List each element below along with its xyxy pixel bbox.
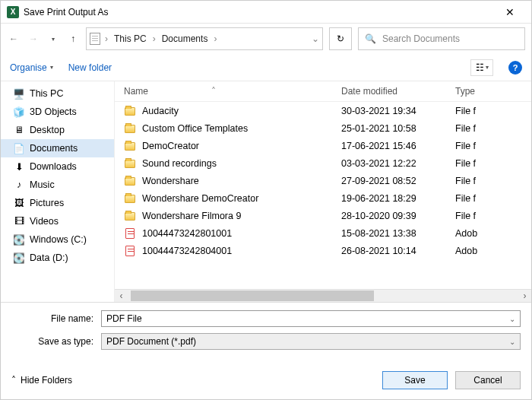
col-type[interactable]: Type [455,86,525,97]
folder-page-icon [90,33,100,45]
file-name: Audacity [142,106,179,116]
column-headers[interactable]: Name ˄ Date modified Type [115,81,531,102]
new-folder-button[interactable]: New folder [68,62,112,73]
folder-icon [125,177,135,186]
help-button[interactable]: ? [508,61,522,75]
file-rows[interactable]: Audacity30-03-2021 19:34File fCustom Off… [115,102,531,289]
sidebar-item-data-d-[interactable]: 💽Data (D:) [1,249,114,267]
footer: ˄ Hide Folders Save Cancel [1,360,531,400]
folder-icon [125,212,135,221]
sidebar-item-music[interactable]: ♪Music [1,176,114,194]
view-options-button[interactable]: ☷ ▾ [470,59,493,76]
file-row[interactable]: Wondershare Filmora 928-10-2020 09:39Fil… [115,207,531,224]
file-name: Wondershare DemoCreator [142,193,258,204]
file-date: 15-08-2021 13:38 [341,228,455,239]
recent-dropdown[interactable]: ▾ [46,32,60,46]
filename-input[interactable]: PDF File ⌄ [101,310,521,327]
address-bar[interactable]: › This PC › Documents › ⌄ [86,27,323,50]
hide-folders-toggle[interactable]: ˄ Hide Folders [11,375,72,386]
file-row[interactable]: Wondershare27-09-2021 08:52File f [115,172,531,189]
docs-icon: 📄 [13,142,25,154]
sidebar-item-label: Data (D:) [30,252,68,263]
scroll-left-icon[interactable]: ‹ [115,290,128,303]
sidebar-item-label: Documents [30,143,78,154]
file-date: 27-09-2021 08:52 [341,176,455,186]
sidebar-item-desktop[interactable]: 🖥Desktop [1,121,114,139]
chevron-down-icon[interactable]: ⌄ [509,315,515,323]
file-row[interactable]: 1004447324280400126-08-2021 10:14Adob [115,242,531,259]
breadcrumb-folder[interactable]: Documents [160,33,210,44]
folder-icon [125,142,135,151]
sidebar-item-videos[interactable]: 🎞Videos [1,212,114,230]
sidebar-item-3d-objects[interactable]: 🧊3D Objects [1,103,114,121]
toolbar: Organise▾ New folder ☷ ▾ ? [1,54,531,81]
file-name: 10044473242801001 [142,228,232,239]
drive-icon: 💽 [13,233,25,246]
file-type: File f [455,123,525,134]
breadcrumb-root[interactable]: This PC [112,33,148,44]
file-type: File f [455,158,525,169]
pdf-icon [125,246,135,256]
file-date: 17-06-2021 15:46 [341,141,455,151]
cancel-button[interactable]: Cancel [455,371,521,389]
chevron-right-icon: › [214,33,217,44]
chevron-right-icon: › [105,33,108,44]
sidebar-item-pictures[interactable]: 🖼Pictures [1,194,114,212]
save-button[interactable]: Save [382,371,448,389]
sidebar-item-downloads[interactable]: ⬇Downloads [1,157,114,176]
file-date: 03-03-2021 12:22 [341,158,455,169]
file-list: Name ˄ Date modified Type Audacity30-03-… [115,81,531,302]
file-date: 19-06-2021 18:29 [341,193,455,204]
sidebar[interactable]: 🖥️This PC🧊3D Objects🖥Desktop📄Documents⬇D… [1,81,115,302]
savetype-label: Save as type: [11,336,101,347]
file-row[interactable]: DemoCreator17-06-2021 15:46File f [115,137,531,154]
chevron-right-icon: › [153,33,156,44]
up-button[interactable]: ↑ [66,32,80,46]
search-box[interactable]: 🔍 Search Documents [358,27,525,50]
savetype-dropdown[interactable]: PDF Document (*.pdf) ⌄ [101,333,521,350]
chevron-down-icon[interactable]: ⌄ [509,338,515,346]
sidebar-item-documents[interactable]: 📄Documents [1,139,114,157]
sidebar-item-windows-c-[interactable]: 💽Windows (C:) [1,230,114,249]
file-row[interactable]: Audacity30-03-2021 19:34File f [115,102,531,119]
close-button[interactable]: ✕ [495,6,525,18]
scroll-right-icon[interactable]: › [518,290,531,303]
file-type: File f [455,211,525,221]
main-body: 🖥️This PC🧊3D Objects🖥Desktop📄Documents⬇D… [1,81,531,302]
sidebar-item-label: 3D Objects [30,106,77,117]
folder-icon [125,125,135,133]
col-date[interactable]: Date modified [341,86,455,97]
file-row[interactable]: 1004447324280100115-08-2021 13:38Adob [115,224,531,242]
drive-icon: 💽 [13,252,25,264]
file-name: 10044473242804001 [142,246,232,256]
file-date: 28-10-2020 09:39 [341,211,455,221]
file-name: Wondershare [142,176,199,186]
organise-button[interactable]: Organise▾ [10,62,53,73]
scroll-thumb[interactable] [131,290,374,301]
music-icon: ♪ [13,179,25,191]
back-button[interactable]: ← [7,32,21,46]
refresh-button[interactable]: ↻ [329,27,352,50]
sidebar-item-this-pc[interactable]: 🖥️This PC [1,84,114,103]
sidebar-item-label: Videos [30,216,59,227]
file-row[interactable]: Custom Office Templates25-01-2021 10:58F… [115,119,531,137]
file-date: 26-08-2021 10:14 [341,246,455,256]
pictures-icon: 🖼 [13,197,25,209]
downloads-icon: ⬇ [13,160,25,173]
forward-button[interactable]: → [27,32,40,46]
address-dropdown-icon[interactable]: ⌄ [312,33,319,44]
save-form: File name: PDF File ⌄ Save as type: PDF … [1,302,531,360]
horizontal-scrollbar[interactable]: ‹ › [115,289,531,302]
file-name: Sound recordings [142,158,217,169]
file-row[interactable]: Wondershare DemoCreator19-06-2021 18:29F… [115,189,531,207]
sidebar-item-label: Windows (C:) [30,234,87,245]
file-type: Adob [455,228,525,239]
col-name[interactable]: Name ˄ [121,86,341,97]
pdf-icon [125,228,135,239]
sidebar-item-label: Downloads [30,161,77,172]
desktop-icon: 🖥 [13,124,25,136]
sidebar-item-label: Pictures [30,198,64,208]
file-type: File f [455,141,525,151]
excel-icon: X [7,6,19,18]
file-row[interactable]: Sound recordings03-03-2021 12:22File f [115,154,531,172]
